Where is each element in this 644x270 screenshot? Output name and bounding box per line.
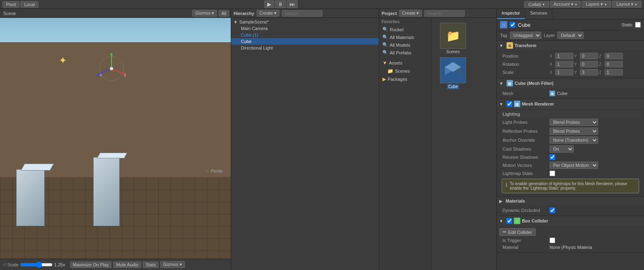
all-button[interactable]: All — [219, 10, 229, 17]
collab-button[interactable]: Collab — [524, 1, 549, 8]
material-label: Material — [499, 245, 548, 250]
scale-z[interactable] — [605, 69, 623, 76]
mesh-filter-component: ▼ ▦ Cube (Mesh Filter) Mesh ▦ Cube — [497, 78, 644, 99]
project-scenes-folder[interactable]: 📁 Scenes — [379, 67, 431, 75]
gizmos-bottom-button[interactable]: Gizmos ▾ — [160, 261, 185, 268]
layer-select[interactable]: Default — [557, 32, 584, 39]
mesh-filter-header[interactable]: ▼ ▦ Cube (Mesh Filter) — [497, 78, 644, 88]
inspector-tab[interactable]: Inspector — [497, 9, 525, 19]
z-label: Z — [599, 54, 604, 58]
project-favorites-models[interactable]: 🔍 All Models — [379, 41, 431, 49]
play-button[interactable]: ▶ — [264, 0, 274, 8]
rotation-y[interactable] — [580, 61, 598, 67]
scale-label: Scale — [7, 262, 19, 267]
folder-icon: ▼ — [382, 60, 387, 66]
transform-body: Position X Y Z Rotation X — [497, 50, 644, 78]
anchor-override-select[interactable]: None (Transform) — [550, 136, 598, 144]
favorites-rocket-label: Rocket — [390, 27, 404, 32]
hierarchy-item-cube-selected[interactable]: Cube — [231, 38, 379, 45]
layers-button[interactable]: Layers ▾ — [582, 1, 611, 8]
scene-root-arrow: ▼ — [234, 20, 238, 24]
rotation-z[interactable] — [605, 61, 623, 67]
light-probes-select[interactable]: Blend Probes — [550, 119, 598, 126]
hierarchy-item[interactable]: Main Camera — [231, 25, 379, 32]
motion-vectors-select[interactable]: Per Object Motion — [550, 162, 598, 169]
project-favorites-prefabs[interactable]: 🔍 All Prefabs — [379, 49, 431, 56]
cast-shadows-label: Cast Shadows — [499, 147, 548, 151]
object-active-checkbox[interactable] — [510, 22, 515, 28]
cube-thumbnail[interactable]: Cube — [437, 57, 469, 89]
position-x[interactable] — [555, 53, 573, 59]
transform-icon: ⊕ — [507, 42, 513, 49]
right-controls: Collab Account ▾ Layers ▾ Layout ▾ — [524, 1, 642, 8]
hierarchy-item[interactable]: Cube (1) — [231, 32, 379, 38]
scale-slider[interactable] — [20, 261, 53, 268]
box-collider-component: ▼ □ Box Collider ✏ Edit Collider Is Trig… — [497, 216, 644, 253]
box-collider-header[interactable]: ▼ □ Box Collider — [497, 216, 644, 226]
position-z[interactable] — [605, 53, 623, 59]
project-create-button[interactable]: Create ▾ — [399, 10, 422, 17]
folder-icon: 📁 — [387, 68, 393, 74]
cast-shadows-select[interactable]: On — [550, 145, 574, 153]
gizmos-button[interactable]: Gizmos ▾ — [192, 10, 217, 17]
receive-shadows-checkbox[interactable] — [550, 154, 555, 160]
reflection-probes-select[interactable]: Blend Probes — [550, 127, 598, 135]
rotation-x[interactable] — [555, 61, 573, 67]
project-assets-folder[interactable]: ▼ Assets — [379, 59, 431, 67]
position-label: Position — [499, 54, 548, 58]
cube-preview-svg — [443, 60, 463, 80]
is-trigger-row: Is Trigger — [499, 237, 642, 244]
cube-left-object — [16, 169, 45, 226]
scene-view[interactable]: ✦ x z ← Persp — [0, 18, 231, 259]
static-checkbox[interactable] — [635, 22, 641, 28]
hierarchy-item-label: Cube (1) — [241, 32, 258, 37]
scenes-thumb-label: Scenes — [446, 50, 459, 54]
materials-section: ▶ Materials Dynamic Occluded — [497, 197, 644, 216]
scale-x[interactable] — [555, 69, 573, 76]
edit-collider-button[interactable]: ✏ Edit Collider — [499, 228, 536, 236]
transform-component: ▼ ⊕ Transform Position X Y Z — [497, 41, 644, 78]
mute-audio-button[interactable]: Mute Audio — [113, 261, 141, 268]
scene-toolbar: Scene Gizmos ▾ All — [0, 9, 231, 18]
packages-label: Packages — [388, 77, 407, 82]
z-axis-label: z — [124, 73, 126, 77]
is-trigger-checkbox[interactable] — [550, 238, 555, 243]
stats-button[interactable]: Stats — [143, 261, 159, 268]
y-label: Y — [574, 70, 579, 75]
layout-button[interactable]: Layout ▾ — [612, 1, 642, 8]
project-left-panel: Favorites 🔍 Rocket 🔍 All Materials 🔍 All… — [379, 18, 432, 270]
maximize-on-play-button[interactable]: Maximize On Play — [70, 261, 112, 268]
search-icon: 🔍 — [382, 42, 388, 48]
project-packages-folder[interactable]: ▶ Packages — [379, 75, 431, 83]
scene-root-label: SampleScene* — [239, 19, 269, 24]
scenes-thumbnail[interactable]: 📁 Scenes — [437, 23, 469, 54]
project-favorites-rocket[interactable]: 🔍 Rocket — [379, 26, 431, 33]
scale-y[interactable] — [580, 69, 598, 76]
project-favorites-materials[interactable]: 🔍 All Materials — [379, 33, 431, 41]
pause-button[interactable]: ⏸ — [275, 0, 286, 8]
hierarchy-item[interactable]: Directional Light — [231, 45, 379, 51]
lightmap-static-checkbox[interactable] — [550, 171, 555, 176]
hierarchy-scene-root[interactable]: ▼ SampleScene* — [231, 19, 379, 25]
pivot-button[interactable]: Pivot — [2, 1, 19, 8]
dynamic-occluded-row: Dynamic Occluded — [499, 207, 642, 214]
is-trigger-label: Is Trigger — [499, 238, 548, 243]
mesh-renderer-enabled[interactable] — [507, 101, 512, 107]
tag-select[interactable]: Untagged — [510, 32, 541, 39]
mesh-renderer-header[interactable]: ▼ ▦ Mesh Renderer — [497, 99, 644, 109]
hierarchy-create-button[interactable]: Create ▾ — [257, 10, 279, 17]
dynamic-occluded-checkbox[interactable] — [550, 207, 555, 213]
box-collider-enabled[interactable] — [507, 218, 512, 224]
account-button[interactable]: Account ▾ — [550, 1, 581, 8]
receive-shadows-label: Receive Shadows — [499, 155, 548, 160]
project-search[interactable] — [424, 10, 465, 17]
mesh-renderer-component: ▼ ▦ Mesh Renderer Lighting Light Probes … — [497, 99, 644, 197]
step-button[interactable]: ⏭ — [287, 0, 298, 8]
services-tab[interactable]: Services — [525, 9, 552, 19]
materials-header[interactable]: ▶ Materials — [497, 197, 644, 205]
position-y[interactable] — [580, 53, 598, 59]
local-button[interactable]: Local — [20, 1, 38, 8]
transform-header[interactable]: ▼ ⊕ Transform — [497, 41, 644, 50]
edit-collider-icon: ✏ — [503, 229, 507, 235]
hierarchy-search[interactable] — [282, 10, 322, 17]
